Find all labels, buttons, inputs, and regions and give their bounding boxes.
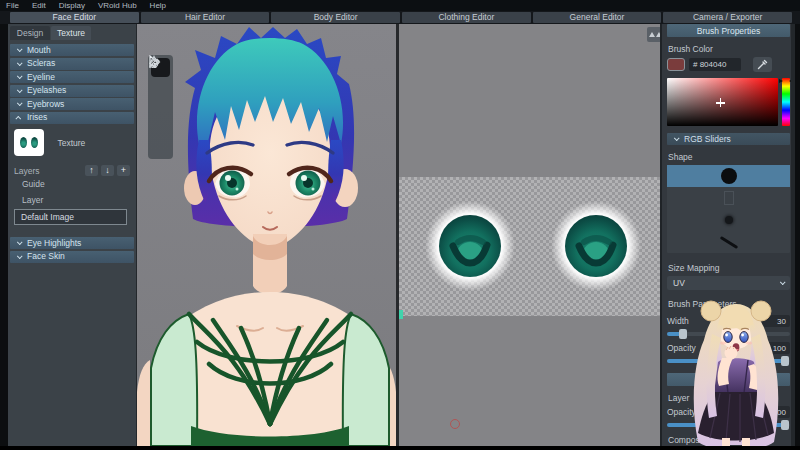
saturation-value-picker[interactable] bbox=[667, 78, 778, 126]
section-irises[interactable]: Irises bbox=[10, 112, 134, 124]
character-preview bbox=[137, 24, 396, 446]
brush-shape-square[interactable] bbox=[667, 187, 790, 209]
square-brush-icon bbox=[724, 191, 734, 205]
tab-clothing-editor[interactable]: Clothing Editor bbox=[402, 12, 531, 23]
tab-camera-exporter[interactable]: Camera / Exporter bbox=[663, 12, 792, 23]
tab-body-editor[interactable]: Body Editor bbox=[271, 12, 400, 23]
brush-shape-list bbox=[667, 165, 790, 253]
chevron-up-icon bbox=[15, 115, 21, 121]
rgb-sliders-label: RGB Sliders bbox=[684, 134, 731, 144]
size-mapping-value: UV bbox=[673, 278, 780, 288]
menu-bar: File Edit Display VRoid Hub Help bbox=[0, 0, 800, 11]
section-eyeline[interactable]: Eyeline bbox=[10, 71, 134, 83]
menu-file[interactable]: File bbox=[6, 2, 19, 10]
vroid-studio-window: File Edit Display VRoid Hub Help Face Ed… bbox=[0, 0, 800, 450]
layers-label: Layers bbox=[14, 166, 82, 176]
canvas-view-toggle-button[interactable] bbox=[647, 27, 660, 42]
chevron-down-icon bbox=[17, 46, 23, 52]
tab-face-editor[interactable]: Face Editor bbox=[10, 12, 139, 23]
chevron-down-icon bbox=[17, 60, 23, 66]
section-label: Scleras bbox=[27, 59, 55, 68]
section-eyebrows[interactable]: Eyebrows bbox=[10, 98, 134, 110]
iris-texture-left bbox=[420, 196, 520, 296]
editor-tab-bar: Face Editor Hair Editor Body Editor Clot… bbox=[0, 11, 800, 24]
rgb-sliders-section[interactable]: RGB Sliders bbox=[667, 133, 790, 145]
chevron-down-icon bbox=[17, 239, 23, 245]
size-mapping-dropdown[interactable]: UV bbox=[667, 276, 790, 290]
chevron-down-icon bbox=[780, 279, 786, 285]
eyedropper-icon bbox=[757, 59, 768, 70]
color-picker-cursor bbox=[716, 98, 725, 107]
left-panel-tabs: Design Texture bbox=[8, 24, 136, 44]
brush-color-hex-input[interactable]: # 804040 bbox=[689, 58, 741, 71]
section-face-skin[interactable]: Face Skin bbox=[10, 251, 134, 263]
color-picker bbox=[667, 78, 790, 126]
section-label: Eyeline bbox=[27, 73, 55, 82]
section-eyelashes[interactable]: Eyelashes bbox=[10, 85, 134, 97]
layer-move-up-button[interactable]: ↑ bbox=[85, 165, 98, 176]
chevron-down-icon bbox=[674, 135, 680, 141]
texture-label: Texture bbox=[57, 138, 85, 148]
chevron-down-icon bbox=[17, 100, 23, 106]
layer-item-layer[interactable]: Layer bbox=[14, 192, 130, 208]
blur-tool-button[interactable] bbox=[151, 130, 170, 149]
brush-color-label: Brush Color bbox=[668, 44, 790, 54]
pen-tool-button[interactable] bbox=[151, 82, 170, 101]
brush-color-swatch[interactable] bbox=[667, 58, 685, 71]
droplet-icon bbox=[148, 55, 160, 68]
chevron-down-icon bbox=[17, 87, 23, 93]
menu-help[interactable]: Help bbox=[150, 2, 166, 10]
section-eye-highlights[interactable]: Eye Highlights bbox=[10, 237, 134, 249]
section-label: Mouth bbox=[27, 46, 51, 55]
chevron-down-icon bbox=[17, 253, 23, 259]
section-label: Face Skin bbox=[27, 252, 65, 261]
menu-vroid-hub[interactable]: VRoid Hub bbox=[98, 2, 137, 10]
brush-shape-soft-dot[interactable] bbox=[667, 209, 790, 231]
tab-hair-editor[interactable]: Hair Editor bbox=[141, 12, 270, 23]
tab-general-editor[interactable]: General Editor bbox=[533, 12, 662, 23]
brush-cursor bbox=[450, 419, 460, 429]
eraser-tool-button[interactable] bbox=[151, 106, 170, 125]
layer-add-button[interactable]: + bbox=[117, 165, 130, 176]
section-mouth[interactable]: Mouth bbox=[10, 44, 134, 56]
stroke-brush-icon bbox=[719, 235, 738, 248]
canvas-edge-marker bbox=[399, 310, 403, 319]
section-scleras[interactable]: Scleras bbox=[10, 58, 134, 70]
section-label: Eye Highlights bbox=[27, 239, 81, 248]
tab-texture[interactable]: Texture bbox=[51, 26, 91, 40]
streamer-avatar bbox=[678, 292, 795, 450]
eyedropper-button[interactable] bbox=[753, 57, 772, 72]
tab-design[interactable]: Design bbox=[10, 26, 50, 40]
iris-texture-right bbox=[546, 196, 646, 296]
layer-item-default-image[interactable]: Default Image bbox=[14, 209, 127, 225]
iris-eye-preview bbox=[31, 137, 38, 148]
texture-tool-palette bbox=[148, 55, 173, 159]
section-label: Eyebrows bbox=[27, 100, 64, 109]
hue-slider[interactable] bbox=[782, 78, 790, 126]
chevron-down-icon bbox=[17, 73, 23, 79]
bottom-border bbox=[0, 446, 800, 450]
shape-label: Shape bbox=[668, 152, 790, 162]
brush-shape-circle[interactable] bbox=[667, 165, 790, 187]
layer-item-guide[interactable]: Guide bbox=[14, 176, 130, 192]
circle-brush-icon bbox=[721, 168, 737, 184]
iris-eye-preview bbox=[20, 137, 27, 148]
menu-display[interactable]: Display bbox=[59, 2, 85, 10]
layers-toolbar: Layers ↑ ↓ + bbox=[14, 165, 130, 176]
brush-shape-stroke[interactable] bbox=[667, 231, 790, 253]
irises-section-body: Texture Layers ↑ ↓ + Guide Layer Default… bbox=[8, 125, 136, 231]
iris-texture-thumbnail[interactable] bbox=[14, 129, 44, 156]
layer-move-down-button[interactable]: ↓ bbox=[101, 165, 114, 176]
menu-edit[interactable]: Edit bbox=[32, 2, 46, 10]
brush-color-row: # 804040 bbox=[667, 57, 790, 72]
brush-properties-header[interactable]: Brush Properties bbox=[667, 24, 790, 37]
size-mapping-label: Size Mapping bbox=[668, 263, 790, 273]
texture-edit-canvas[interactable] bbox=[396, 24, 660, 446]
character-3d-viewport[interactable] bbox=[137, 24, 396, 446]
soft-dot-brush-icon bbox=[725, 216, 733, 224]
section-label: Eyelashes bbox=[27, 86, 66, 95]
image-icon bbox=[649, 32, 655, 37]
left-panel: Design Texture Mouth Scleras Eyeline Eye… bbox=[8, 24, 137, 446]
section-label: Irises bbox=[27, 113, 47, 122]
